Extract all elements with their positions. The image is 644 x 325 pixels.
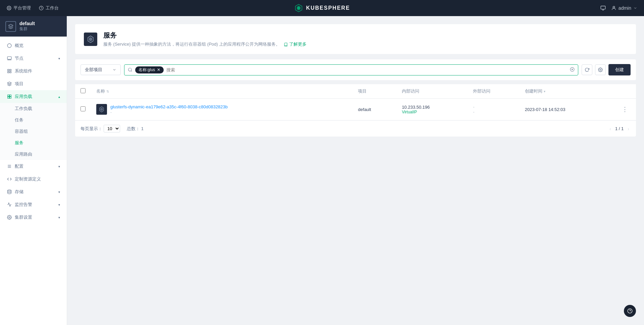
jobs-label: 任务 [15,117,23,123]
svg-rect-18 [8,95,9,97]
workspace-icon [5,21,16,32]
internal-ip: 10.233.50.196 [402,105,462,110]
gear-icon [7,6,11,10]
logo: KUBESPHERE [294,3,350,13]
svg-rect-11 [7,57,11,59]
app-layout: default 集群 概览 节点 ▾ [0,16,644,325]
internal-type: VirtualIP [402,110,462,114]
page-title: 服务 [103,31,307,40]
user-menu[interactable]: admin [611,5,637,11]
col-name: 名称 ⇅ [91,84,353,99]
table-header: 名称 ⇅ 项目 内部访问 外部访问 [75,84,636,99]
row-checkbox[interactable] [80,106,86,111]
submenu-item-routes[interactable]: 应用路由 [0,149,67,160]
search-tag: 名称:glus ✕ [135,66,164,73]
crd-label: 定制资源定义 [15,176,41,182]
services-table: 名称 ⇅ 项目 内部访问 外部访问 [75,84,636,137]
kubesphere-logo-icon [294,3,303,13]
workbench-icon [39,6,44,10]
pagination: 每页显示： 10 20 50 总数： 1 ‹ 1 / 1 › [75,120,636,137]
workspace-sub: 集群 [19,26,35,32]
project-select[interactable]: 全部项目 [80,64,121,75]
sidebar-item-config[interactable]: 配置 ▾ [0,160,67,173]
crd-icon [7,176,12,182]
components-icon [7,68,12,74]
submenu-item-jobs[interactable]: 任务 [0,114,67,126]
search-clear-button[interactable] [570,67,575,73]
service-external-access: - - [468,99,520,120]
row-more-button[interactable]: ⋮ [619,104,631,114]
sidebar-menu: 概览 节点 ▾ 系统组件 项目 [0,37,67,226]
create-button[interactable]: 创建 [608,64,631,75]
sidebar-item-crd[interactable]: 定制资源定义 [0,173,67,185]
prev-page-button[interactable]: ‹ [608,125,612,132]
routes-label: 应用路由 [15,151,32,157]
cluster-settings-label: 集群设置 [15,214,32,220]
help-button[interactable] [624,305,636,317]
sidebar-item-workloads[interactable]: 应用负载 ▴ [0,90,67,103]
workloads-label: 应用负载 [15,94,32,100]
cluster-settings-chevron-icon: ▾ [58,216,60,219]
book-icon [284,43,288,47]
monitor-label: 监控告警 [15,202,32,208]
service-name-cell: glusterfs-dynamic-ea179e62-a35c-4f60-803… [110,104,228,115]
sidebar-item-monitor[interactable]: 监控告警 ▾ [0,198,67,211]
workloads-icon [7,94,12,99]
top-nav-right: admin [600,5,637,11]
svg-rect-14 [10,69,11,71]
submenu-item-services[interactable]: 服务 [0,137,67,149]
col-project: 项目 [353,84,396,99]
sidebar-item-components[interactable]: 系统组件 [0,65,67,77]
submenu-item-workload[interactable]: 工作负载 [0,103,67,114]
svg-point-8 [613,6,614,8]
name-sort-icon[interactable]: ⇅ [106,90,109,93]
col-external-access: 外部访问 [468,84,520,99]
submenu-item-containers[interactable]: 容器组 [0,126,67,137]
total-count: 总数： 1 [127,126,144,132]
workloads-submenu: 工作负载 任务 容器组 服务 应用路由 [0,103,67,160]
svg-point-0 [8,7,10,9]
per-page-select[interactable]: 10 20 50 [104,125,120,132]
service-internal-access: 10.233.50.196 VirtualIP [396,99,468,120]
create-time-sort-icon[interactable]: ▾ [544,90,545,93]
sidebar-item-projects[interactable]: 项目 [0,77,67,90]
monitor-chevron-icon: ▾ [58,203,60,207]
sidebar-item-nodes[interactable]: 节点 ▾ [0,52,67,65]
search-tag-close-button[interactable]: ✕ [157,67,160,72]
workbench-nav[interactable]: 工作台 [39,5,59,11]
storage-icon [7,189,12,195]
learn-more-link[interactable]: 了解更多 [289,42,307,47]
workspace-header[interactable]: default 集群 [0,16,67,37]
platform-management-label: 平台管理 [13,5,31,11]
config-label: 配置 [15,163,23,169]
search-input[interactable] [166,67,567,72]
config-icon [7,164,12,169]
svg-rect-19 [10,95,11,97]
nodes-chevron-icon: ▾ [58,57,60,60]
service-page-icon [83,32,98,47]
notification-icon[interactable] [600,5,606,11]
next-page-button[interactable]: › [626,125,631,132]
sidebar-item-storage[interactable]: 存储 ▾ [0,185,67,198]
svg-marker-17 [7,82,11,84]
toolbar: 全部项目 名称:glus ✕ [75,59,636,80]
page-description: 服务 (Service) 提供一种抽象的方法，将运行在容器组 (Pod) 上的应… [103,41,307,47]
cluster-settings-icon [7,215,12,220]
platform-management-nav[interactable]: 平台管理 [7,5,31,11]
project-select-chevron-icon [112,68,116,72]
table-body: glusterfs-dynamic-ea179e62-a35c-4f60-803… [75,99,636,120]
service-create-time: 2023-07-18 14:52:03 [520,99,614,120]
service-row-icon [96,104,107,115]
select-all-checkbox[interactable] [80,88,86,93]
user-name: admin [619,5,631,11]
services-table-content: 名称 ⇅ 项目 内部访问 外部访问 [75,84,636,120]
overview-icon [7,43,12,48]
user-avatar-icon [611,5,616,11]
projects-icon [7,81,12,87]
overview-label: 概览 [15,43,23,49]
sidebar-item-cluster-settings[interactable]: 集群设置 ▾ [0,211,67,224]
settings-button[interactable] [595,64,606,75]
refresh-button[interactable] [582,64,592,75]
service-name[interactable]: glusterfs-dynamic-ea179e62-a35c-4f60-803… [110,104,228,109]
sidebar-item-overview[interactable]: 概览 [0,39,67,52]
